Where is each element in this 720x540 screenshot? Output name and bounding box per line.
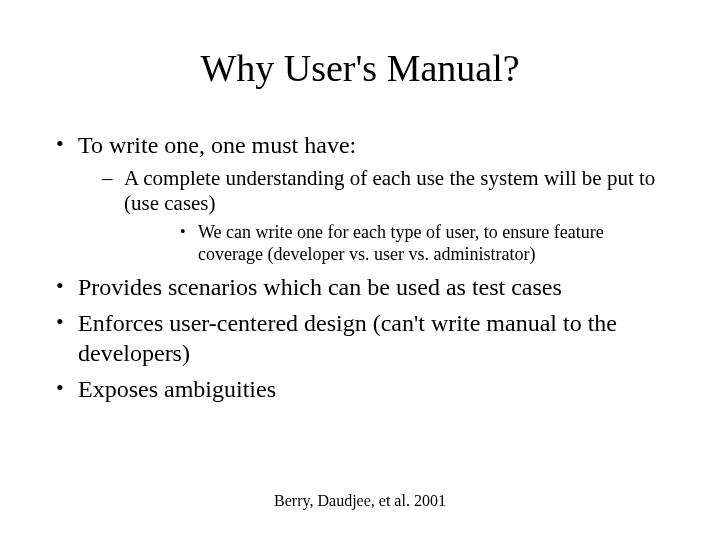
- sub-sub-list: We can write one for each type of user, …: [124, 222, 672, 265]
- bullet-text: Exposes ambiguities: [78, 376, 276, 402]
- slide-title: Why User's Manual?: [48, 46, 672, 90]
- list-item: To write one, one must have: A complete …: [48, 130, 672, 266]
- list-item: Provides scenarios which can be used as …: [48, 272, 672, 302]
- list-item: A complete understanding of each use the…: [78, 166, 672, 266]
- citation: Berry, Daudjee, et al. 2001: [0, 492, 720, 510]
- list-item: Exposes ambiguities: [48, 374, 672, 404]
- bullet-text: Provides scenarios which can be used as …: [78, 274, 562, 300]
- sub-list: A complete understanding of each use the…: [78, 166, 672, 266]
- bullet-list: To write one, one must have: A complete …: [48, 130, 672, 404]
- list-item: Enforces user-centered design (can't wri…: [48, 308, 672, 368]
- bullet-text: We can write one for each type of user, …: [198, 222, 604, 264]
- bullet-text: To write one, one must have:: [78, 132, 356, 158]
- list-item: We can write one for each type of user, …: [124, 222, 672, 265]
- bullet-text: Enforces user-centered design (can't wri…: [78, 310, 617, 366]
- bullet-text: A complete understanding of each use the…: [124, 166, 655, 215]
